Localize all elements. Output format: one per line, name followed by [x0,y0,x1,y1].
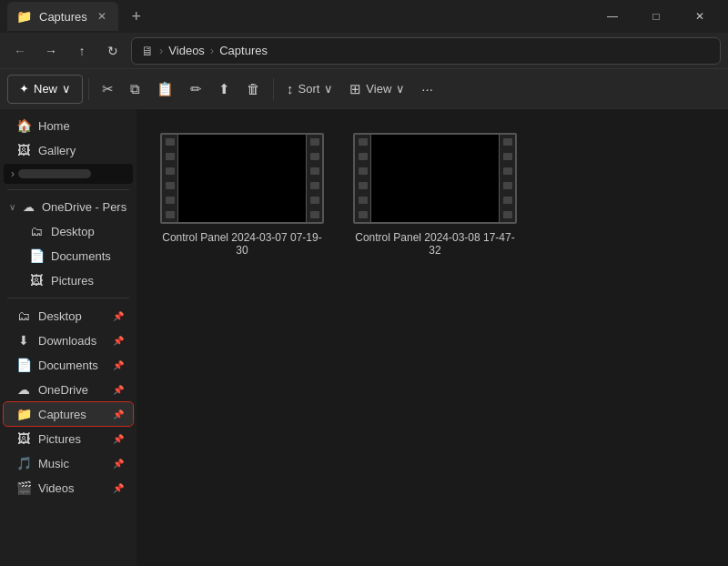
quick-access-arrow: › [11,167,15,180]
new-button[interactable]: ✦ New ∨ [7,75,83,104]
onedrive-arrow: ∨ [9,202,15,212]
new-tab-button[interactable]: + [124,4,149,29]
documents-folder-icon: 📄 [29,248,44,263]
onedrive-pin-icon: ☁ [16,382,31,397]
window-controls: — □ ✕ [592,2,721,31]
back-button[interactable]: ← [7,38,33,64]
path-captures[interactable]: Captures [219,44,268,57]
pin-icon-videos: 📌 [113,483,124,493]
sidebar-downloads-label: Downloads [38,334,96,348]
sidebar-item-captures[interactable]: 📁 Captures 📌 [4,402,133,426]
cut-button[interactable]: ✂ [95,75,121,104]
more-button[interactable]: ··· [414,75,440,104]
film-hole [166,138,175,146]
sidebar-item-documents-od[interactable]: 📄 Documents [4,244,133,268]
downloads-icon: ⬇ [16,333,31,348]
film-hole [166,197,175,204]
view-label: View [366,82,391,96]
new-chevron: ∨ [62,82,71,96]
refresh-button[interactable]: ↻ [100,38,126,64]
sidebar-item-pictures[interactable]: 🖼 Pictures 📌 [4,427,133,450]
sidebar-music-label: Music [38,457,69,470]
sidebar-item-music[interactable]: 🎵 Music 📌 [4,451,133,475]
address-bar: ← → ↑ ↻ 🖥 › Videos › Captures [0,33,728,69]
tab-close-button[interactable]: ✕ [95,9,109,24]
sidebar-item-documents[interactable]: 📄 Documents 📌 [4,353,133,377]
sidebar-item-desktop-od[interactable]: 🗂 Desktop [4,219,133,243]
close-button[interactable]: ✕ [679,2,721,31]
sidebar-documents-od-label: Documents [51,249,111,263]
film-hole [166,211,175,218]
paste-icon: 📋 [157,81,174,97]
desktop-folder-icon: 🗂 [29,224,44,238]
monitor-icon: 🖥 [141,44,154,58]
film-hole [359,167,368,175]
file-name-1: Control Panel 2024-03-08 17-47-32 [353,231,517,257]
rename-button[interactable]: ✏ [183,75,209,104]
forward-button[interactable]: → [38,38,64,64]
up-button[interactable]: ↑ [69,38,95,64]
paste-button[interactable]: 📋 [149,75,181,104]
sidebar-onedrive-header[interactable]: ∨ ☁ OneDrive - Pers [0,196,136,218]
sort-chevron: ∨ [324,82,333,96]
sidebar-pictures-label: Pictures [38,432,81,446]
sidebar-item-home[interactable]: 🏠 Home [4,114,133,137]
film-hole [359,197,368,204]
videos-icon: 🎬 [16,480,31,495]
film-strip-left-1 [355,135,371,222]
sidebar-divider-1 [7,189,129,190]
film-hole [310,138,319,146]
tab-label: Captures [39,10,87,24]
file-name-0: Control Panel 2024-03-07 07-19-30 [160,231,324,257]
sidebar-onedrive-label: OneDrive - Pers [42,200,126,214]
sidebar: 🏠 Home 🖼 Gallery › ∨ ☁ OneDrive - Pers 🗂… [0,109,136,566]
sort-button[interactable]: ↕ Sort ∨ [279,75,340,104]
content-area[interactable]: Control Panel 2024-03-07 07-19-30 [136,109,728,566]
maximize-button[interactable]: □ [635,2,677,31]
view-icon: ⊞ [349,81,361,97]
copy-button[interactable]: ⧉ [123,75,147,104]
film-hole [503,197,512,204]
pin-icon-downloads: 📌 [113,336,124,346]
sidebar-captures-label: Captures [38,408,86,421]
film-hole [359,153,368,160]
film-hole [310,211,319,218]
share-button[interactable]: ⬆ [211,75,238,104]
film-hole [359,182,368,189]
video-thumbnail-1 [353,133,517,224]
address-path[interactable]: 🖥 › Videos › Captures [131,37,721,65]
sidebar-onedrive-pin-label: OneDrive [38,383,88,397]
film-hole [359,211,368,218]
sidebar-item-videos[interactable]: 🎬 Videos 📌 [4,476,133,500]
sidebar-desktop-od-label: Desktop [51,225,95,238]
pin-icon-music: 📌 [113,459,124,469]
sidebar-item-gallery[interactable]: 🖼 Gallery [4,138,133,162]
file-item-0[interactable]: Control Panel 2024-03-07 07-19-30 [155,127,329,262]
film-strip-right-0 [306,135,322,222]
sidebar-item-desktop[interactable]: 🗂 Desktop 📌 [4,304,133,328]
video-thumbnail-0 [160,133,324,224]
sidebar-item-pictures-od[interactable]: 🖼 Pictures [4,268,133,292]
view-chevron: ∨ [396,82,405,96]
toolbar-separator-2 [273,78,274,100]
share-icon: ⬆ [218,81,230,97]
minimize-button[interactable]: — [592,2,633,31]
quick-access-section: › [4,164,133,184]
file-item-1[interactable]: Control Panel 2024-03-08 17-47-32 [348,127,522,262]
main-layout: 🏠 Home 🖼 Gallery › ∨ ☁ OneDrive - Pers 🗂… [0,109,728,566]
desktop-icon: 🗂 [16,308,31,323]
delete-button[interactable]: 🗑 [239,75,268,104]
quick-access-header[interactable]: › [4,164,133,184]
sidebar-item-onedrive[interactable]: ☁ OneDrive 📌 [4,378,133,401]
view-button[interactable]: ⊞ View ∨ [342,75,412,104]
cut-icon: ✂ [102,81,114,97]
rename-icon: ✏ [190,81,202,97]
sidebar-item-downloads[interactable]: ⬇ Downloads 📌 [4,328,133,352]
path-videos[interactable]: Videos [168,44,205,57]
path-separator-2: › [210,44,214,57]
tab-folder-icon: 📁 [16,9,32,24]
active-tab[interactable]: 📁 Captures ✕ [7,2,118,31]
film-hole [310,182,319,189]
captures-icon: 📁 [16,407,31,421]
gallery-icon: 🖼 [16,143,31,157]
